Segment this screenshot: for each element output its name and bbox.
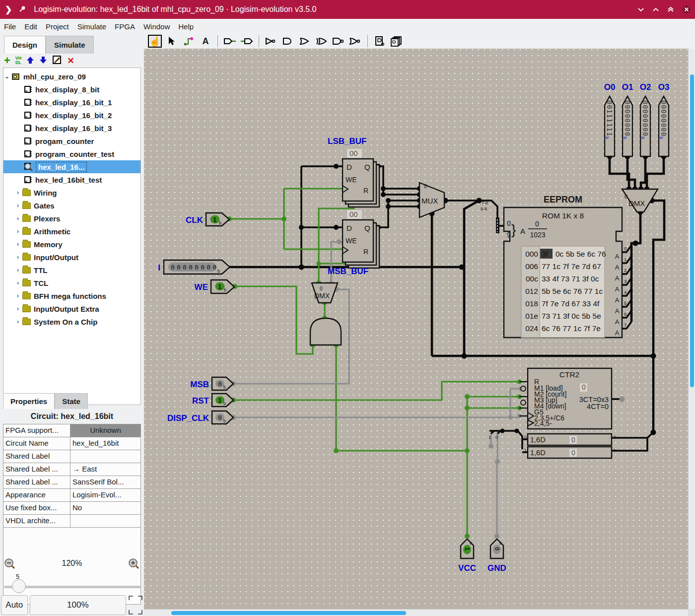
zoom-in-icon[interactable] [128,558,140,571]
chevron-up-icon[interactable] [652,7,659,12]
msb-buf-register[interactable]: 00 D Q WE R MSB_BUF [328,210,379,276]
menu-fpga[interactable]: FPGA [115,22,135,31]
tree-root[interactable]: ⌄ mhl_cpu_zero_09 [3,70,140,83]
property-row[interactable]: FPGA support...Unknown [3,424,140,437]
input-pin-icon[interactable] [223,35,237,48]
property-row[interactable]: Use fixed box...No [3,502,140,515]
vertical-scrollbar[interactable] [688,49,695,609]
mux[interactable]: 0 MUX [419,183,444,217]
dmx-small[interactable]: 0 DMX [312,283,338,303]
collapse-icon[interactable]: ⌄ [3,73,10,80]
wire-tool-icon[interactable] [182,35,196,48]
canvas-zoom-button[interactable]: 100% [30,595,126,615]
vcc-pin[interactable]: 1 b VCC [458,539,476,573]
tree-item-hex-display-16-bit-2[interactable]: m hex_display_16_bit_2 [3,109,140,122]
pin-msb[interactable]: 0 b MSB [190,377,233,390]
nand-gate-icon[interactable] [332,35,346,48]
menu-project[interactable]: Project [46,22,69,31]
move-up-icon[interactable] [26,56,34,66]
tree-folder-gates[interactable]: ›Gates [3,199,140,212]
property-row[interactable]: Circuit Namehex_led_16bit [3,437,140,450]
expand-icon[interactable]: › [14,241,21,248]
expand-icon[interactable]: › [14,189,21,196]
and-gate[interactable] [310,318,341,345]
register-tool-icon[interactable] [390,35,404,48]
slider-thumb[interactable] [12,579,26,593]
select-tool-icon[interactable] [165,35,179,48]
display-o1[interactable]: O1 00000000b [622,82,633,156]
property-row[interactable]: AppearanceLogisim-Evol... [3,489,140,502]
pin-rst[interactable]: 1 b RST [192,394,233,407]
tree-folder-soc[interactable]: ›System On a Chip [3,315,140,328]
expand-icon[interactable]: › [14,202,21,209]
pin-icon[interactable] [19,5,26,14]
pin-clk[interactable]: 1 b CLK [186,213,229,226]
add-vhdl-icon[interactable]: VHDL [15,56,22,65]
expand-icon[interactable]: › [14,318,21,325]
gnd-pin[interactable]: 0 b GND [487,539,506,573]
display-o0[interactable]: O0 00111111b [604,82,616,156]
and-gate-icon[interactable] [281,35,295,48]
tree-folder-input-output[interactable]: ›Input/Output [3,251,140,264]
horizontal-scrollbar[interactable] [144,609,688,616]
add-circuit-icon[interactable]: + [4,56,10,66]
or-gate-icon[interactable] [298,35,312,48]
tree-item-progam-counter[interactable]: m progam_counter [3,135,140,147]
circuit-canvas[interactable]: 1 b CLK 00000000 b I 1 b WE 0 b MSB 1 b … [144,49,688,609]
horizontal-scrollbar-thumb[interactable] [171,611,406,615]
chevron-down-icon[interactable] [637,7,644,12]
title-bar[interactable]: ❯ Logisim-evolution: hex_led_16bit of mh… [0,0,695,19]
shade-window-icon[interactable] [667,6,674,12]
delete-circuit-icon[interactable]: ✕ [67,56,74,66]
pin-disp-clk[interactable]: 0 b DISP_CLK [167,411,233,424]
expand-icon[interactable]: › [14,228,21,235]
menu-window[interactable]: Window [143,22,170,31]
close-window-icon[interactable] [682,5,691,14]
tree-folder-ttl[interactable]: ›TTL [3,264,140,276]
property-row[interactable]: VHDL archite... [3,515,140,528]
tree-folder-memory[interactable]: ›Memory [3,238,140,251]
xor-gate-icon[interactable] [315,35,329,48]
display-o2[interactable]: O2 00000000b [640,82,651,156]
pin-we[interactable]: 1 b WE [195,280,234,293]
text-tool-icon[interactable]: A [199,35,212,48]
property-row[interactable]: Shared Label [3,450,140,463]
selection-corners-icon[interactable] [128,595,143,615]
vertical-scrollbar-thumb[interactable] [690,74,694,387]
tree-item-hex-display-16-bit-3[interactable]: m hex_display_16_bit_3 [3,122,140,135]
tab-state[interactable]: State [55,393,88,409]
tree-item-hex-led-16bit-selected[interactable]: hex_led_16... [3,160,140,173]
auto-button[interactable]: Auto [1,595,28,615]
tree-folder-tcl[interactable]: ›TCL [3,276,140,289]
tab-simulate[interactable]: Simulate [46,36,94,54]
expand-icon[interactable]: › [14,215,21,222]
tab-design[interactable]: Design [4,36,46,54]
expand-icon[interactable]: › [14,254,21,261]
eeprom[interactable]: EEPROM ROM 1K x 8 0 9 } A 0 1023 000 3f … [504,195,626,338]
tree-folder-io-extra[interactable]: ›Input/Output Extra [3,302,140,315]
tree-item-hex-display-16-bit-1[interactable]: m hex_display_16_bit_1 [3,96,140,109]
not-gate-icon[interactable] [264,35,278,48]
expand-icon[interactable]: › [14,305,21,312]
dff-tool-icon[interactable] [373,35,387,48]
menu-simulate[interactable]: Simulate [77,22,106,31]
tree-folder-arithmetic[interactable]: ›Arithmetic [3,225,140,238]
expand-icon[interactable]: › [14,267,21,274]
tree-item-program-counter-test[interactable]: m program_counter_test [3,147,140,160]
menu-edit[interactable]: Edit [24,22,37,31]
lsb-buf-register[interactable]: LSB_BUF 00 D Q WE R [328,137,379,207]
tree-folder-plexers[interactable]: ›Plexers [3,212,140,225]
display-o3[interactable]: O3 00000000b [658,82,670,156]
expand-icon[interactable]: › [14,279,21,286]
tree-folder-wiring[interactable]: ›Wiring [3,186,140,199]
menu-file[interactable]: File [4,22,16,31]
expand-icon[interactable]: › [14,292,21,299]
property-row[interactable]: Shared Label ...→ East [3,463,140,476]
tree-item-hex-display-8-bit[interactable]: m hex_display_8_bit [3,83,140,96]
pin-i[interactable]: 00000000 b I [158,260,230,274]
tab-properties[interactable]: Properties [3,393,55,409]
poke-tool-icon[interactable]: ☝ [148,35,162,48]
move-down-icon[interactable] [39,56,47,66]
edit-appearance-icon[interactable] [52,55,62,67]
output-pin-icon[interactable] [240,35,254,48]
